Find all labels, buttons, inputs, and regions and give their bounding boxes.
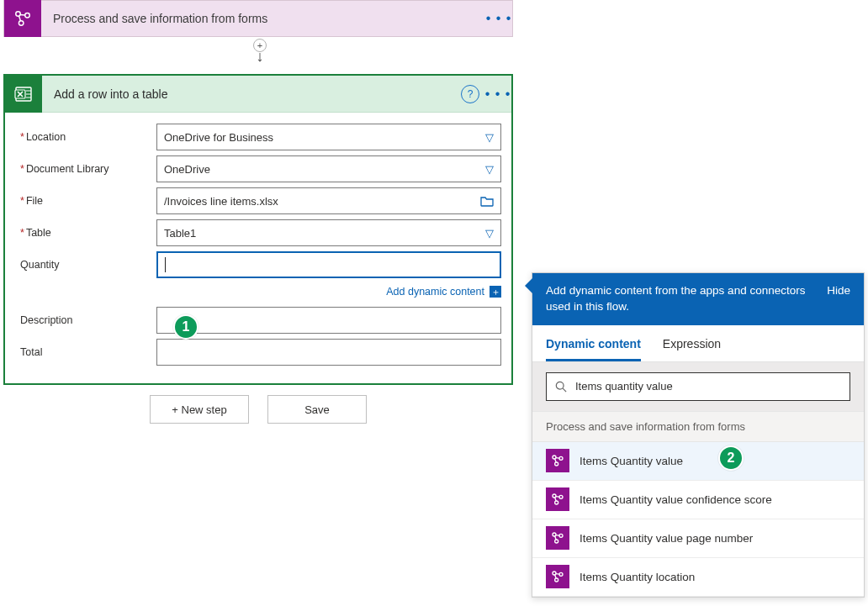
svg-point-27: [553, 572, 556, 575]
svg-point-2: [19, 21, 24, 26]
required-marker: *: [20, 195, 24, 207]
dynamic-content-group-title: Process and save information from forms: [532, 411, 864, 442]
svg-point-18: [559, 496, 563, 499]
description-input[interactable]: [156, 307, 501, 334]
hide-panel-link[interactable]: Hide: [827, 283, 850, 299]
file-picker[interactable]: /Invoices line items.xlsx: [156, 187, 501, 214]
svg-line-3: [20, 14, 25, 15]
flow-arrow-icon: ↓: [251, 50, 269, 62]
svg-line-16: [555, 459, 557, 463]
quantity-input[interactable]: [156, 251, 501, 278]
trigger-more-menu[interactable]: • • •: [485, 11, 512, 26]
ai-builder-icon: [4, 0, 41, 37]
callout-badge-2: 2: [718, 445, 744, 471]
dc-result-label: Items Quantity location: [580, 571, 695, 583]
action-more-menu[interactable]: • • •: [484, 87, 511, 102]
field-label-file: * File: [20, 195, 156, 207]
field-label-quantity: Quantity: [20, 259, 156, 271]
new-step-button[interactable]: + New step: [150, 395, 249, 424]
text-caret: [165, 257, 166, 272]
svg-point-14: [555, 462, 558, 466]
search-icon: [555, 381, 567, 393]
field-row-description: Description: [20, 304, 501, 336]
field-label-location: * Location: [20, 131, 156, 143]
action-card-add-row[interactable]: Add a row into a table ? • • • * Locatio…: [3, 74, 513, 385]
field-label-library: * Document Library: [20, 163, 156, 175]
svg-point-1: [25, 13, 30, 18]
dc-result-label: Items Quantity value confidence score: [580, 493, 772, 506]
required-marker: *: [20, 131, 24, 143]
field-label-table: * Table: [20, 227, 156, 239]
svg-point-17: [553, 494, 556, 498]
svg-point-10: [556, 382, 564, 389]
required-marker: *: [20, 163, 24, 175]
svg-point-12: [553, 456, 556, 459]
tab-expression[interactable]: Expression: [663, 337, 721, 361]
action-card-header[interactable]: Add a row into a table ? • • •: [5, 76, 511, 113]
dc-result-items-quantity-page[interactable]: Items Quantity value page number: [532, 519, 864, 558]
folder-icon[interactable]: [480, 195, 494, 207]
svg-line-4: [19, 16, 20, 21]
field-row-total: Total: [20, 336, 501, 368]
svg-point-19: [555, 501, 558, 504]
chevron-down-icon[interactable]: ▽: [485, 163, 494, 176]
svg-point-13: [559, 457, 563, 461]
dc-result-items-quantity-location[interactable]: Items Quantity location: [532, 558, 864, 597]
svg-line-21: [555, 498, 557, 502]
field-label-total: Total: [20, 346, 156, 358]
action-form: * Location OneDrive for Business ▽ * Doc…: [5, 113, 511, 383]
dynamic-content-search-input[interactable]: Items quantity value: [546, 372, 850, 401]
field-label-description: Description: [20, 314, 156, 326]
insert-step-button[interactable]: +: [253, 39, 267, 52]
dynamic-content-header: Add dynamic content from the apps and co…: [532, 273, 864, 325]
field-row-location: * Location OneDrive for Business ▽: [20, 121, 501, 153]
field-row-library: * Document Library OneDrive ▽: [20, 153, 501, 185]
location-dropdown[interactable]: OneDrive for Business ▽: [156, 124, 501, 150]
add-dynamic-content-icon: ＋: [490, 286, 501, 298]
svg-point-29: [555, 578, 558, 582]
dc-result-items-quantity-value[interactable]: Items Quantity value: [532, 442, 864, 481]
dynamic-content-tabs: Dynamic content Expression: [532, 325, 864, 362]
total-input[interactable]: [156, 339, 501, 366]
excel-icon: [5, 76, 42, 113]
save-button[interactable]: Save: [267, 395, 367, 424]
callout-badge-1: 1: [173, 314, 198, 340]
svg-point-22: [553, 533, 556, 536]
dc-result-label: Items Quantity value page number: [580, 532, 753, 545]
dynamic-content-panel: Add dynamic content from the apps and co…: [532, 272, 865, 598]
tab-dynamic-content[interactable]: Dynamic content: [546, 337, 641, 361]
field-row-table: * Table Table1 ▽: [20, 217, 501, 249]
designer-footer: + New step Save: [3, 395, 513, 424]
ai-builder-icon: [546, 526, 569, 550]
dc-result-label: Items Quantity value: [580, 455, 683, 467]
ai-builder-icon: [546, 449, 569, 472]
insert-step-connector: + ↓: [251, 39, 269, 62]
help-icon[interactable]: ?: [461, 85, 479, 103]
add-dynamic-content-link[interactable]: Add dynamic content ＋: [20, 286, 501, 298]
svg-point-24: [555, 540, 558, 543]
svg-point-0: [16, 12, 21, 17]
action-title: Add a row into a table: [42, 87, 461, 101]
ai-builder-icon: [546, 565, 569, 588]
search-value: Items quantity value: [575, 380, 673, 393]
dynamic-content-search-wrap: Items quantity value: [532, 362, 864, 411]
library-dropdown[interactable]: OneDrive ▽: [156, 155, 501, 182]
trigger-card[interactable]: Process and save information from forms …: [3, 0, 513, 37]
chevron-down-icon[interactable]: ▽: [485, 227, 494, 240]
trigger-title: Process and save information from forms: [41, 12, 485, 25]
svg-line-26: [555, 536, 557, 540]
svg-line-31: [555, 575, 557, 579]
dc-result-items-quantity-confidence[interactable]: Items Quantity value confidence score: [532, 481, 864, 519]
ai-builder-icon: [546, 487, 569, 511]
svg-point-23: [559, 535, 563, 538]
field-row-file: * File /Invoices line items.xlsx: [20, 185, 501, 217]
svg-line-11: [563, 388, 566, 392]
chevron-down-icon[interactable]: ▽: [485, 131, 494, 144]
dynamic-content-header-text: Add dynamic content from the apps and co…: [546, 283, 817, 315]
field-row-quantity: Quantity: [20, 249, 501, 281]
svg-point-28: [559, 573, 563, 577]
required-marker: *: [20, 227, 24, 239]
table-dropdown[interactable]: Table1 ▽: [156, 219, 501, 246]
